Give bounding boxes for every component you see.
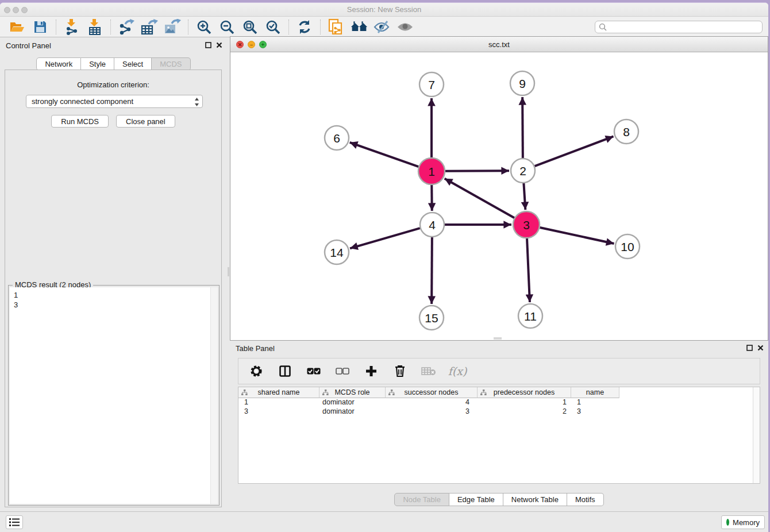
table-cell[interactable]: 3 [238, 407, 319, 417]
table-panel-title: Table Panel [236, 344, 275, 353]
graph-edge-2-8[interactable] [535, 136, 614, 166]
tab-select[interactable]: Select [114, 57, 152, 71]
search-box[interactable] [595, 21, 763, 33]
graph-node-label: 4 [429, 218, 436, 232]
float-panel-icon[interactable] [205, 42, 211, 48]
export-network-icon[interactable] [118, 19, 135, 35]
zoom-out-icon[interactable] [218, 19, 236, 35]
graph-edge-1-6[interactable] [350, 142, 419, 167]
table-cell[interactable]: 1 [238, 398, 319, 407]
tab-mcds[interactable]: MCDS [152, 57, 190, 71]
mcds-result-textarea[interactable]: 1 3 [10, 287, 218, 504]
column-header-MCDS-role[interactable]: MCDS role [319, 387, 386, 398]
toolbar-separator [320, 20, 321, 34]
tab-network-table[interactable]: Network Table [503, 493, 567, 506]
zoom-selected-icon[interactable] [264, 19, 282, 35]
column-header-name[interactable]: name [571, 387, 619, 398]
column-header-successor-nodes[interactable]: successor nodes [386, 387, 478, 398]
zoom-fit-icon[interactable] [241, 19, 259, 35]
task-history-button[interactable] [6, 515, 23, 529]
close-panel-icon[interactable] [757, 345, 764, 351]
column-header-predecessor-nodes[interactable]: predecessor nodes [478, 387, 571, 398]
result-scrollbar[interactable] [210, 287, 218, 504]
graph-node-label: 1 [428, 165, 435, 178]
run-mcds-button[interactable]: Run MCDS [51, 115, 109, 128]
control-panel: Control Panel Network Style Select MCDS … [0, 38, 227, 512]
column-header-label: MCDS role [334, 388, 369, 396]
table-cell[interactable]: 3 [571, 407, 619, 417]
tab-node-table[interactable]: Node Table [394, 493, 449, 506]
close-panel-icon[interactable] [216, 42, 222, 48]
save-session-icon[interactable] [32, 19, 49, 35]
table-cell[interactable]: 1 [478, 398, 571, 407]
node-table[interactable]: shared nameMCDS rolesuccessor nodesprede… [238, 387, 760, 484]
graph-edge-2-3[interactable] [523, 183, 525, 210]
column-header-label: shared name [258, 388, 300, 396]
mcds-result-group: MCDS result (2 nodes) 1 3 [8, 285, 220, 506]
settings-gear-icon[interactable] [249, 364, 264, 379]
toolbar-separator [110, 20, 111, 34]
redraw-graph-icon[interactable] [296, 19, 313, 35]
select-all-icon[interactable] [306, 364, 321, 379]
network-window-titlebar[interactable]: ✕ – + scc.txt [230, 37, 768, 52]
table-body: 1dominator4113dominator323 [238, 398, 760, 417]
memory-button[interactable]: Memory [721, 515, 765, 529]
open-session-icon[interactable] [9, 19, 26, 35]
tab-motifs[interactable]: Motifs [567, 493, 604, 506]
close-panel-button[interactable]: Close panel [116, 115, 175, 128]
table-header-row: shared nameMCDS rolesuccessor nodesprede… [238, 387, 760, 398]
export-table-icon[interactable] [141, 19, 158, 35]
table-cell[interactable]: dominator [319, 398, 386, 407]
show-graphics-details-icon[interactable] [396, 19, 414, 35]
tab-network[interactable]: Network [36, 57, 81, 71]
clone-network-icon[interactable] [328, 19, 345, 35]
graph-edges [350, 97, 614, 304]
add-column-icon[interactable] [364, 364, 379, 379]
table-cell[interactable]: dominator [319, 407, 386, 417]
graph-edge-1-2[interactable] [445, 171, 509, 171]
function-builder-icon[interactable]: f(x) [450, 364, 465, 379]
window-title: Session: New Session [0, 5, 768, 14]
export-image-icon[interactable] [164, 19, 181, 35]
mcds-panel: Optimization criterion: strongly connect… [5, 70, 222, 507]
delete-column-icon[interactable] [392, 364, 407, 379]
table-cell[interactable]: 4 [386, 398, 478, 407]
columns-icon[interactable] [278, 364, 292, 379]
column-header-shared-name[interactable]: shared name [238, 387, 319, 398]
network-canvas[interactable]: 1234678910111415 [230, 52, 768, 340]
delete-table-icon[interactable] [421, 364, 436, 379]
tab-edge-table[interactable]: Edge Table [449, 493, 503, 506]
table-cell[interactable]: 3 [386, 407, 478, 417]
table-row[interactable]: 3dominator323 [238, 407, 760, 417]
table-cell[interactable]: 2 [478, 407, 571, 417]
tab-style[interactable]: Style [81, 57, 114, 71]
homes-icon[interactable] [351, 19, 368, 35]
graph-edge-3-11[interactable] [527, 238, 530, 302]
canvas-resize-grip[interactable] [494, 337, 502, 340]
toolbar-separator [56, 20, 56, 34]
import-table-icon[interactable] [86, 19, 103, 35]
search-input[interactable] [607, 22, 762, 32]
toolbar-separator [188, 20, 188, 34]
graph-edge-3-10[interactable] [540, 228, 614, 244]
zoom-in-icon[interactable] [195, 19, 213, 35]
table-scrollbar[interactable] [753, 387, 760, 483]
graph-edge-4-15[interactable] [432, 237, 432, 304]
hide-graphics-details-icon[interactable] [374, 19, 391, 35]
float-panel-icon[interactable] [746, 345, 753, 351]
split-divider-handle[interactable] [228, 267, 229, 276]
status-bar: Memory [0, 511, 768, 532]
memory-status-icon [726, 519, 729, 526]
table-row[interactable]: 1dominator411 [238, 398, 760, 407]
table-cell[interactable]: 1 [571, 398, 619, 407]
graph-edge-4-14[interactable] [350, 228, 420, 248]
deselect-all-icon[interactable] [335, 364, 350, 379]
graph-edge-3-1[interactable] [445, 179, 514, 218]
import-network-icon[interactable] [63, 19, 80, 35]
network-graph-svg[interactable]: 1234678910111415 [230, 52, 768, 340]
app-window: Session: New Session [0, 2, 768, 532]
criterion-dropdown[interactable]: strongly connected component [26, 95, 203, 108]
search-icon [599, 23, 607, 31]
memory-label: Memory [733, 518, 760, 527]
graph-edge-2-9[interactable] [522, 97, 523, 158]
